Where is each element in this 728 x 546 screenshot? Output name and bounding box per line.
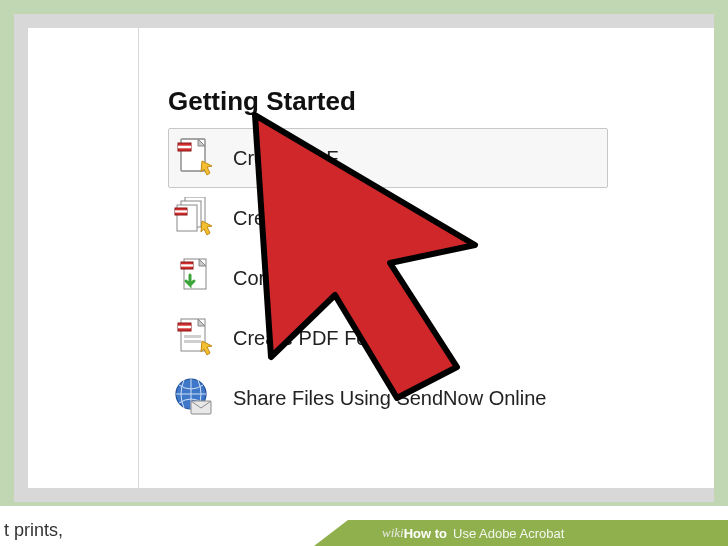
svg-marker-4 — [201, 161, 212, 175]
svg-rect-14 — [181, 264, 193, 266]
left-gutter — [28, 28, 139, 488]
item-label: Combine Files into — [233, 267, 399, 290]
create-pdf-icon — [173, 137, 215, 179]
article-title: Use Adobe Acrobat — [453, 526, 564, 541]
svg-rect-19 — [184, 335, 201, 338]
item-create-pdf-portfolio[interactable]: Create PDF Po — [168, 188, 608, 248]
acrobat-window: Getting Started Create PDF — [14, 14, 714, 502]
footer-area: t prints, wikiHow to Use Adobe Acrobat — [0, 502, 728, 546]
item-create-pdf[interactable]: Create PDF — [168, 128, 608, 188]
stage: Getting Started Create PDF — [0, 0, 728, 546]
svg-rect-9 — [175, 210, 187, 212]
welcome-panel: Getting Started Create PDF — [28, 28, 714, 488]
svg-rect-18 — [178, 326, 191, 329]
item-label: Create PDF — [233, 147, 339, 170]
create-pdf-portfolio-icon — [173, 197, 215, 239]
section-heading: Getting Started — [168, 86, 356, 117]
svg-marker-10 — [201, 221, 212, 235]
create-pdf-form-icon — [173, 317, 215, 359]
item-share-sendnow[interactable]: Share Files Using SendNow Online — [168, 368, 608, 428]
combine-files-icon — [173, 257, 215, 299]
wikihow-caption: wikiHow to Use Adobe Acrobat — [348, 520, 728, 546]
item-label: Create PDF Form — [233, 327, 391, 350]
brand-howto: How to — [404, 526, 447, 541]
getting-started-list: Create PDF Create PDF Po — [168, 128, 608, 428]
svg-rect-3 — [178, 146, 191, 149]
svg-marker-21 — [201, 341, 212, 355]
brand-wiki: wiki — [382, 525, 404, 541]
item-label: Create PDF Po — [233, 207, 369, 230]
item-create-pdf-form[interactable]: Create PDF Form — [168, 308, 608, 368]
item-label: Share Files Using SendNow Online — [233, 387, 547, 410]
item-combine-files[interactable]: Combine Files into — [168, 248, 608, 308]
share-sendnow-icon — [173, 377, 215, 419]
truncated-text: t prints, — [4, 520, 63, 541]
svg-rect-20 — [184, 340, 201, 343]
